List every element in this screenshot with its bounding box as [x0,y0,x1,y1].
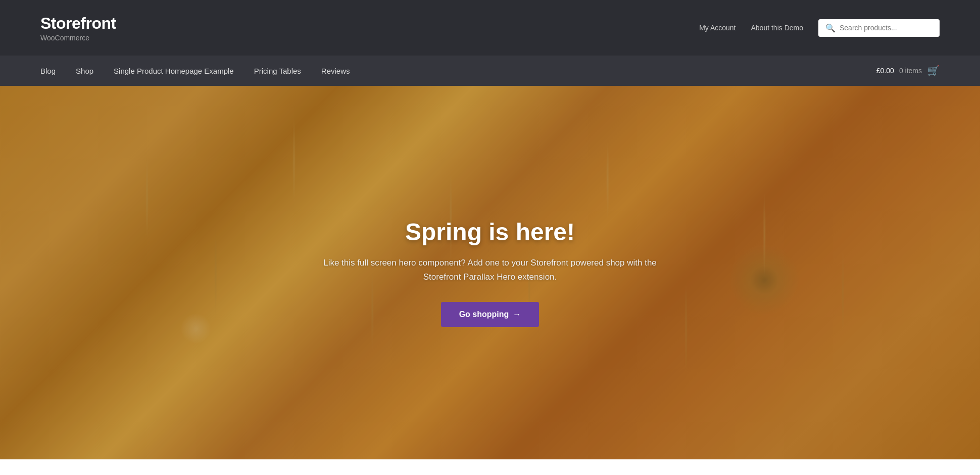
nav-links: Blog Shop Single Product Homepage Exampl… [40,67,350,75]
brand-area: Storefront WooCommerce [40,14,116,42]
hero-subtitle: Like this full screen hero component? Ad… [308,256,672,283]
nav-bar: Blog Shop Single Product Homepage Exampl… [0,56,980,86]
go-shopping-button[interactable]: Go shopping→ [441,302,540,327]
nav-item-single-product[interactable]: Single Product Homepage Example [114,67,234,75]
nav-item-pricing-tables[interactable]: Pricing Tables [254,67,301,75]
search-box: 🔍 [818,19,940,37]
cart-icon[interactable]: 🛒 [927,65,940,77]
hero-cta-label: Go shopping [459,310,509,319]
search-icon: 🔍 [825,23,836,33]
about-demo-link[interactable]: About this Demo [751,24,804,32]
hero-cta-arrow: → [513,310,521,319]
top-right: My Account About this Demo 🔍 [699,19,940,37]
brand-subtitle: WooCommerce [40,34,116,42]
brand-title: Storefront [40,14,116,33]
nav-item-reviews[interactable]: Reviews [321,67,350,75]
nav-item-blog[interactable]: Blog [40,67,56,75]
top-bar: Storefront WooCommerce My Account About … [0,0,980,56]
my-account-link[interactable]: My Account [699,24,736,32]
search-input[interactable] [840,24,933,32]
nav-item-shop[interactable]: Shop [76,67,93,75]
cart-total: £0.00 [876,67,894,75]
cart-count: 0 items [899,67,922,75]
hero-title: Spring is here! [308,218,672,246]
hero-content: Spring is here! Like this full screen he… [298,218,682,327]
hero-section: Spring is here! Like this full screen he… [0,86,980,459]
cart-area: £0.00 0 items 🛒 [876,65,940,77]
